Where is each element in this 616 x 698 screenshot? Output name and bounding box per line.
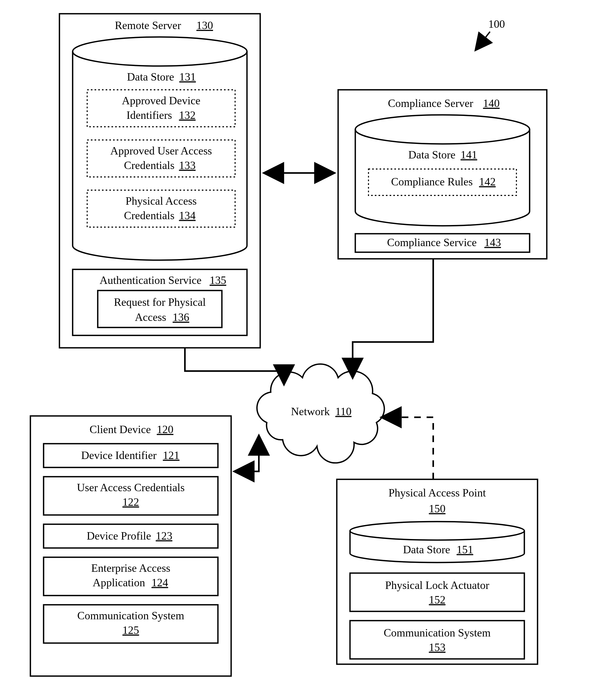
svg-text:132: 132 (179, 109, 196, 121)
svg-text:133: 133 (179, 159, 196, 171)
client-device-item: Enterprise AccessApplication124 (44, 557, 218, 596)
compliance-server-title: Compliance Server 140 (388, 97, 499, 109)
remote-data-store-title: Data Store 131 (127, 71, 196, 83)
authentication-service-box: Authentication Service 135 Request for P… (73, 269, 247, 335)
pap-title: Physical Access Point 150 (388, 487, 486, 515)
arrow-pap-network (382, 417, 433, 479)
remote-server-box: Remote Server 130 Data Store 131 Approve… (59, 14, 260, 348)
svg-text:140: 140 (483, 97, 500, 109)
client-device-item: Device Identifier121 (44, 444, 218, 467)
svg-text:141: 141 (461, 149, 477, 161)
svg-text:Enterprise Access: Enterprise Access (91, 562, 170, 574)
compliance-data-store-cylinder: Data Store 141 Compliance Rules 142 (355, 115, 530, 226)
svg-text:124: 124 (152, 576, 168, 589)
svg-text:150: 150 (429, 503, 446, 515)
svg-text:123: 123 (156, 530, 173, 542)
client-device-item: Communication System125 (44, 605, 218, 643)
svg-text:Data Store: Data Store (403, 544, 450, 556)
svg-text:Communication System: Communication System (78, 610, 184, 622)
data-store-item: Approved DeviceIdentifiers132 (87, 90, 235, 127)
svg-text:100: 100 (489, 18, 505, 30)
svg-text:Credentials: Credentials (124, 209, 174, 222)
svg-text:Compliance Rules: Compliance Rules (391, 176, 473, 188)
svg-text:Request for Physical: Request for Physical (114, 296, 206, 308)
pap-item: Physical Lock Actuator152 (350, 573, 524, 611)
svg-text:153: 153 (429, 641, 446, 653)
figure-reference-arrow: 100 (476, 18, 505, 50)
svg-line-77 (476, 32, 490, 50)
svg-text:Physical Access: Physical Access (125, 195, 196, 207)
svg-text:134: 134 (179, 209, 196, 222)
svg-text:Compliance Server: Compliance Server (388, 97, 473, 109)
svg-text:Physical Lock Actuator: Physical Lock Actuator (385, 579, 489, 591)
pap-data-store-title: Data Store 151 (403, 544, 473, 556)
arrow-compliance-network (353, 259, 433, 378)
client-device-title: Client Device 120 (90, 423, 174, 435)
svg-text:Communication System: Communication System (384, 627, 491, 639)
svg-text:122: 122 (123, 496, 139, 508)
compliance-data-store-title: Data Store 141 (408, 149, 477, 161)
data-store-item: Physical AccessCredentials134 (87, 190, 235, 227)
svg-text:125: 125 (123, 624, 139, 636)
svg-text:142: 142 (479, 176, 496, 188)
client-device-box: Client Device 120 Device Identifier121Us… (30, 416, 231, 676)
svg-text:Client Device: Client Device (90, 423, 151, 435)
svg-text:Identifiers: Identifiers (126, 109, 172, 121)
svg-text:131: 131 (179, 71, 196, 83)
svg-text:121: 121 (163, 449, 180, 461)
remote-server-title: Remote Server 130 (115, 19, 213, 31)
svg-text:User Access Credentials: User Access Credentials (77, 481, 184, 493)
svg-text:120: 120 (157, 423, 174, 435)
svg-text:130: 130 (196, 19, 213, 31)
svg-text:Data Store: Data Store (127, 71, 174, 83)
svg-text:136: 136 (173, 311, 189, 323)
svg-text:Access: Access (135, 311, 166, 323)
svg-text:Approved User Access: Approved User Access (110, 145, 212, 157)
pap-data-store-cylinder: Data Store 151 (350, 521, 524, 562)
svg-text:143: 143 (484, 236, 501, 249)
network-title: Network 110 (291, 405, 352, 418)
authentication-service-title: Authentication Service 135 (99, 274, 227, 286)
svg-text:Authentication Service: Authentication Service (99, 274, 202, 286)
compliance-server-box: Compliance Server 140 Data Store 141 Com… (338, 90, 547, 259)
remote-data-store-cylinder: Data Store 131 Approved DeviceIdentifier… (73, 37, 247, 260)
pap-item: Communication System153 (350, 620, 524, 659)
svg-text:Compliance Service: Compliance Service (387, 236, 477, 249)
svg-text:Data Store: Data Store (408, 149, 455, 161)
svg-text:152: 152 (429, 594, 446, 606)
client-device-item: Device Profile123 (44, 524, 218, 548)
svg-point-30 (355, 115, 530, 144)
svg-point-65 (350, 521, 524, 540)
physical-access-point-box: Physical Access Point 150 Data Store 151… (337, 479, 537, 664)
arrow-remote-network (185, 348, 284, 384)
svg-point-3 (73, 37, 247, 66)
compliance-rules-box: Compliance Rules 142 (369, 169, 517, 195)
network-cloud: Network 110 (257, 364, 384, 463)
svg-text:135: 135 (210, 274, 227, 286)
arrow-client-network (235, 436, 259, 471)
svg-text:110: 110 (335, 405, 351, 418)
client-device-item: User Access Credentials122 (44, 477, 218, 515)
compliance-service-box: Compliance Service 143 (355, 234, 530, 252)
svg-text:Approved Device: Approved Device (122, 95, 200, 107)
data-store-item: Approved User AccessCredentials133 (87, 140, 235, 177)
svg-text:Remote Server: Remote Server (115, 19, 181, 31)
svg-text:Device Identifier: Device Identifier (81, 449, 156, 461)
svg-text:Network: Network (291, 405, 330, 418)
svg-text:Application: Application (93, 576, 145, 589)
svg-text:Credentials: Credentials (124, 159, 174, 171)
svg-text:Physical Access Point: Physical Access Point (388, 487, 486, 499)
request-for-physical-access-box: Request for Physical Access 136 (98, 291, 222, 327)
svg-text:151: 151 (457, 544, 473, 556)
svg-text:Device Profile: Device Profile (87, 530, 151, 542)
